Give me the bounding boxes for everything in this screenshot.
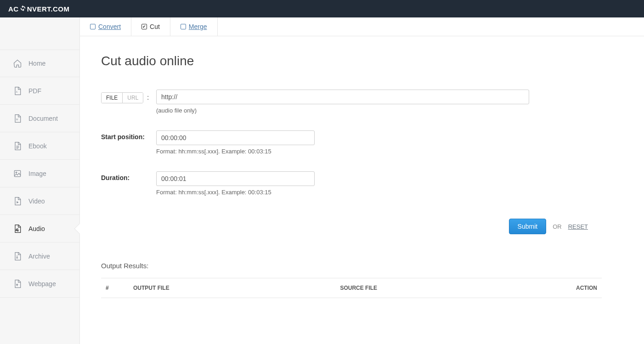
- results-title: Output Results:: [101, 262, 623, 270]
- colon: :: [147, 94, 149, 101]
- svg-text:W: W: [16, 118, 18, 121]
- svg-text:A: A: [16, 90, 18, 93]
- actions-row: Submit OR RESET: [101, 219, 606, 234]
- sidebar-item-label: Document: [28, 115, 58, 122]
- sidebar-item-label: Image: [28, 170, 46, 177]
- audio-icon: [13, 224, 22, 233]
- svg-rect-2: [14, 170, 20, 176]
- page-title: Cut audio online: [101, 54, 623, 68]
- document-icon: W: [13, 114, 22, 123]
- col-num: #: [101, 278, 129, 298]
- sidebar-item-label: Archive: [28, 253, 50, 260]
- checkbox-icon: [90, 24, 96, 29]
- source-hint: (audio file only): [156, 107, 529, 114]
- svg-point-3: [16, 172, 17, 173]
- col-action: ACTION: [547, 278, 602, 298]
- url-input[interactable]: [156, 90, 529, 104]
- sidebar: Home A PDF W Document Ebook Image: [0, 17, 80, 344]
- tab-label: Convert: [98, 23, 121, 30]
- file-toggle-button[interactable]: FILE: [102, 93, 122, 103]
- sidebar-item-label: Ebook: [28, 142, 47, 150]
- swap-icon: [20, 5, 26, 13]
- source-label-cell: FILE URL :: [101, 90, 156, 103]
- pdf-icon: A: [13, 86, 22, 96]
- start-hint: Format: hh:mm:ss[.xxx]. Example: 00:03:1…: [156, 148, 315, 155]
- col-output: OUTPUT FILE: [129, 278, 335, 298]
- duration-input[interactable]: [156, 171, 315, 186]
- tab-label: Cut: [150, 23, 160, 30]
- tab-cut[interactable]: Cut: [131, 17, 170, 36]
- tab-label: Merge: [189, 23, 207, 30]
- sidebar-item-label: Video: [28, 197, 45, 205]
- start-position-label: Start position:: [101, 130, 156, 141]
- video-icon: [13, 197, 22, 206]
- sidebar-item-webpage[interactable]: Webpage: [0, 270, 79, 298]
- image-icon: [13, 169, 22, 178]
- results-table: # OUTPUT FILE SOURCE FILE ACTION: [101, 278, 602, 298]
- checkbox-icon: [181, 24, 186, 29]
- svg-point-4: [16, 230, 17, 231]
- sidebar-item-audio[interactable]: Audio: [0, 215, 79, 242]
- home-icon: [13, 59, 22, 68]
- sidebar-item-ebook[interactable]: Ebook: [0, 132, 79, 160]
- tab-merge[interactable]: Merge: [170, 17, 218, 36]
- sidebar-item-home[interactable]: Home: [0, 50, 79, 77]
- checkbox-checked-icon: [141, 24, 147, 29]
- sidebar-item-pdf[interactable]: A PDF: [0, 77, 79, 105]
- url-toggle-button[interactable]: URL: [122, 93, 143, 103]
- sidebar-item-label: PDF: [28, 87, 41, 95]
- reset-link[interactable]: RESET: [568, 223, 588, 230]
- tabs: Convert Cut Merge: [80, 17, 644, 36]
- sidebar-item-archive[interactable]: Archive: [0, 242, 79, 270]
- main: Convert Cut Merge Cut audio online FILE …: [80, 17, 644, 344]
- sidebar-item-document[interactable]: W Document: [0, 105, 79, 132]
- sidebar-item-image[interactable]: Image: [0, 160, 79, 187]
- svg-point-5: [17, 230, 18, 231]
- tab-convert[interactable]: Convert: [80, 17, 131, 36]
- or-text: OR: [553, 223, 562, 230]
- sidebar-item-label: Webpage: [28, 280, 56, 288]
- col-source: SOURCE FILE: [335, 278, 547, 298]
- sidebar-item-label: Audio: [28, 225, 45, 232]
- duration-hint: Format: hh:mm:ss[.xxx]. Example: 00:03:1…: [156, 189, 315, 196]
- svg-point-6: [17, 257, 17, 258]
- ebook-icon: [13, 141, 22, 151]
- brand-pre: AC: [8, 5, 19, 13]
- sidebar-item-label: Home: [28, 60, 45, 67]
- start-position-input[interactable]: [156, 130, 315, 145]
- archive-icon: [13, 252, 22, 261]
- duration-label: Duration:: [101, 171, 156, 181]
- webpage-icon: [13, 279, 22, 288]
- submit-button[interactable]: Submit: [509, 219, 547, 234]
- source-toggle: FILE URL: [101, 92, 143, 103]
- brand-post: NVERT.COM: [27, 5, 70, 13]
- sidebar-item-video[interactable]: Video: [0, 187, 79, 215]
- topbar: AC NVERT.COM: [0, 0, 644, 17]
